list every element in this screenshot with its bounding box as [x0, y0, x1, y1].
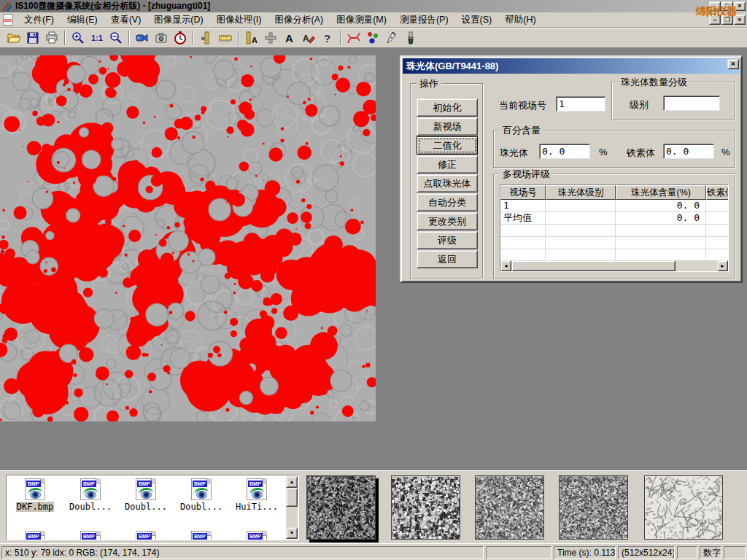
file-item[interactable]: BMP: [8, 531, 62, 540]
grading-group: 珠光体数量分级 级别: [611, 82, 735, 120]
scroll-left-icon[interactable]: ◄: [500, 260, 511, 271]
column-header-field[interactable]: 视场号: [500, 185, 546, 200]
toolbar: 1:1 A A A ?: [0, 28, 747, 48]
table-row[interactable]: 平均值 0. 0: [500, 212, 728, 225]
pearlite-label: 珠光体: [500, 147, 528, 160]
actual-size-icon[interactable]: 1:1: [88, 29, 107, 47]
scroll-right-icon[interactable]: ►: [717, 260, 728, 271]
file-name[interactable]: DKF.bmp: [16, 502, 55, 512]
table-horizontal-scrollbar[interactable]: ◄ ►: [500, 260, 728, 271]
save-icon[interactable]: [23, 29, 42, 47]
column-header-grade[interactable]: 珠光体级别: [546, 185, 616, 200]
new-field-button[interactable]: 新视场: [417, 117, 478, 136]
cell-field: 平均值: [500, 212, 546, 224]
caliper-icon[interactable]: [197, 29, 216, 47]
file-name[interactable]: HuiTi...: [235, 502, 279, 512]
cell-ferrite: [706, 212, 729, 224]
menu-view[interactable]: 查看(V): [104, 12, 148, 27]
return-button[interactable]: 返回: [417, 250, 478, 268]
text-icon[interactable]: A: [280, 29, 299, 47]
timer-icon[interactable]: [171, 29, 190, 47]
multifield-group: 多视场评级 视场号 珠光体级别 珠光体含量(%) 铁素体含量(%) 1 0. 0…: [493, 174, 735, 279]
file-item[interactable]: BMP Doubl...: [174, 478, 228, 512]
cell-ferrite: [706, 200, 729, 211]
scroll-up-icon[interactable]: ▲: [286, 476, 298, 488]
preview-thumbnail[interactable]: [559, 475, 628, 540]
pen-tool-icon[interactable]: [382, 29, 401, 47]
pearlite-percent-unit: %: [599, 147, 608, 158]
rate-button[interactable]: 评级: [417, 231, 478, 249]
file-list[interactable]: BMP DKF.bmp BMP Doubl... BMP Doubl... BM…: [6, 475, 299, 540]
menu-report[interactable]: 测量报告(P): [393, 12, 455, 27]
ferrite-percent-input[interactable]: [663, 144, 714, 159]
grid-icon[interactable]: [261, 29, 280, 47]
menu-image-measure[interactable]: 图像测量(M): [330, 12, 393, 27]
mdi-client-area: 珠光体(GB/T9441-88) × 操作 初始化 新视场 二值化 修正 点取珠…: [0, 48, 747, 470]
camera-icon[interactable]: [152, 29, 171, 47]
column-header-pearlite[interactable]: 珠光体含量(%): [616, 185, 706, 200]
auto-classify-button[interactable]: 自动分类: [417, 193, 478, 211]
brush-tool-icon[interactable]: [401, 29, 420, 47]
menu-file[interactable]: 文件(F): [18, 12, 61, 27]
scrollbar-thumb[interactable]: [286, 488, 298, 507]
file-item[interactable]: BMP: [230, 531, 284, 540]
percent-group-label: 百分含量: [500, 125, 543, 136]
menu-image-processing[interactable]: 图像处理(I): [210, 12, 268, 27]
menu-edit[interactable]: 编辑(E): [61, 12, 104, 27]
preview-thumbnail[interactable]: [644, 475, 723, 540]
binarize-button[interactable]: 二值化: [417, 136, 478, 155]
svg-text:A: A: [252, 36, 258, 44]
status-time: Time (s): 0.113: [554, 546, 616, 559]
document-icon[interactable]: DOC: [3, 14, 13, 26]
change-class-button[interactable]: 更改类别: [417, 212, 478, 230]
column-header-ferrite[interactable]: 铁素体含量(%): [706, 185, 729, 200]
menu-image-display[interactable]: 图像显示(D): [147, 12, 209, 27]
open-icon[interactable]: [4, 29, 23, 47]
file-list-scrollbar[interactable]: ▲ ▼: [286, 476, 298, 539]
preview-thumbnail[interactable]: [391, 475, 460, 540]
curve-tool-icon[interactable]: [344, 29, 363, 47]
file-name[interactable]: Doubl...: [179, 502, 223, 512]
preview-thumbnail[interactable]: [475, 475, 544, 540]
correct-button[interactable]: 修正: [417, 155, 478, 174]
file-name[interactable]: Doubl...: [69, 502, 112, 512]
ruler-icon[interactable]: [216, 29, 235, 47]
file-item[interactable]: BMP HuiTi...: [230, 478, 284, 512]
svg-text:A: A: [303, 34, 309, 44]
app-icon: [2, 1, 12, 12]
menu-help[interactable]: 帮助(H): [498, 12, 542, 27]
file-item[interactable]: BMP Doubl...: [119, 478, 173, 512]
preview-thumbnail[interactable]: [306, 475, 376, 540]
file-item[interactable]: BMP Doubl...: [63, 478, 117, 512]
print-icon[interactable]: [42, 29, 61, 47]
metallograph-image[interactable]: [0, 55, 376, 421]
video-capture-icon[interactable]: [133, 29, 152, 47]
file-item[interactable]: BMP DKF.bmp: [8, 478, 62, 512]
file-name[interactable]: Doubl...: [124, 502, 168, 512]
current-field-input[interactable]: [556, 96, 605, 112]
level-input[interactable]: [663, 96, 720, 111]
initialize-button[interactable]: 初始化: [417, 98, 478, 117]
classify-points-icon[interactable]: [363, 29, 382, 47]
measure-text-icon[interactable]: A: [242, 29, 261, 47]
scrollbar-thumb[interactable]: [511, 260, 676, 271]
file-item[interactable]: BMP: [63, 531, 117, 540]
status-image-size: (512x512x24): [618, 546, 675, 559]
help-icon[interactable]: ?: [318, 29, 337, 47]
zoom-in-icon[interactable]: [69, 29, 88, 47]
table-row[interactable]: 1 0. 0: [500, 200, 728, 212]
file-item[interactable]: BMP: [119, 531, 173, 540]
pick-pearlite-button[interactable]: 点取珠光体: [417, 174, 478, 192]
status-empty-panel: [677, 546, 697, 559]
annotate-icon[interactable]: A: [299, 29, 318, 47]
status-mode: 数字: [700, 546, 721, 559]
zoom-out-icon[interactable]: [107, 29, 125, 47]
file-item[interactable]: BMP: [174, 531, 228, 540]
toolbar-separator: [193, 31, 194, 45]
pearlite-percent-input[interactable]: [539, 144, 590, 159]
scroll-down-icon[interactable]: ▼: [286, 527, 298, 539]
menu-image-analysis[interactable]: 图像分析(A): [268, 12, 330, 27]
dialog-close-icon[interactable]: ×: [727, 59, 739, 69]
menu-settings[interactable]: 设置(S): [455, 12, 499, 27]
dialog-title-bar[interactable]: 珠光体(GB/T9441-88): [403, 58, 740, 74]
